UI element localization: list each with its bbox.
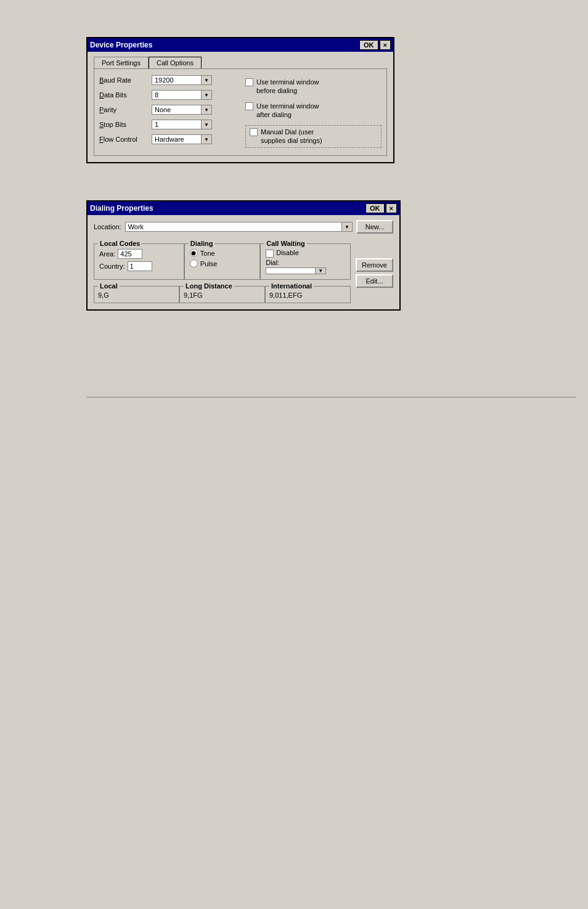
disable-row: Disable: [266, 249, 345, 258]
parity-select-wrapper[interactable]: None ▼: [152, 105, 212, 115]
dialing-group: Dialing Tone Pulse: [184, 243, 260, 280]
checkbox-manual-dial-label: Manual Dial (usersupplies dial strings): [261, 128, 322, 145]
stop-bits-dropdown-arrow[interactable]: ▼: [201, 120, 212, 129]
disable-label: Disable: [276, 249, 299, 256]
dial-select-wrapper[interactable]: ▼: [266, 267, 326, 274]
international-value: 9,011,EFG: [269, 291, 346, 299]
bottom-groups: Local 9,G Long Distance 9,1FG Internatio…: [94, 280, 351, 303]
disable-checkbox[interactable]: [266, 250, 274, 258]
location-row: Location: Work ▼ New...: [94, 220, 393, 234]
call-waiting-group: Call Waiting Disable Dial: ▼: [260, 243, 351, 280]
baud-rate-value: 19200: [152, 75, 201, 85]
international-legend: International: [269, 282, 314, 290]
checkbox-terminal-after[interactable]: [245, 102, 253, 110]
stop-bits-row: Stop Bits 1 ▼: [99, 120, 235, 129]
data-bits-row: Data Bits 8 ▼: [99, 90, 235, 100]
location-label: Location:: [94, 223, 121, 230]
parity-row: Parity None ▼: [99, 105, 235, 115]
device-properties-dialog: Device Properties OK × Port Settings Cal…: [86, 37, 394, 163]
location-select-wrapper[interactable]: Work ▼: [125, 222, 353, 232]
data-bits-label: Data Bits: [99, 91, 152, 99]
pulse-label: Pulse: [200, 260, 218, 267]
country-label: Country:: [99, 263, 125, 270]
data-bits-select-wrapper[interactable]: 8 ▼: [152, 90, 212, 100]
tone-radio[interactable]: [190, 249, 198, 257]
location-dropdown-arrow[interactable]: ▼: [341, 222, 353, 232]
call-waiting-content: Disable Dial: ▼: [266, 249, 345, 275]
dialing-legend: Dialing: [189, 240, 215, 247]
device-tabs: Port Settings Call Options: [94, 57, 387, 68]
local-legend: Local: [98, 282, 120, 290]
groups-left: Local Codes Area: Country:: [94, 238, 351, 303]
remove-button[interactable]: Remove: [356, 258, 393, 272]
area-row: Area:: [99, 249, 179, 259]
device-close-button[interactable]: ×: [380, 40, 391, 50]
dialing-properties-content: Location: Work ▼ New... Local Codes Area…: [88, 215, 399, 309]
pulse-row: Pulse: [190, 259, 255, 267]
groups-row: Local Codes Area: Country:: [94, 238, 393, 303]
titlebar-buttons: OK ×: [359, 40, 391, 50]
location-value: Work: [125, 222, 341, 232]
flow-control-label: Flow Control: [99, 136, 152, 143]
page-divider: [86, 397, 576, 397]
stop-bits-label: Stop Bits: [99, 121, 152, 128]
dialing-properties-title: Dialing Properties: [90, 204, 153, 213]
baud-rate-row: Baud Rate 19200 ▼: [99, 75, 235, 85]
long-distance-group: Long Distance 9,1FG: [179, 286, 265, 303]
flow-control-row: Flow Control Hardware ▼: [99, 134, 235, 144]
pulse-radio[interactable]: [190, 259, 198, 267]
local-value: 9,G: [98, 291, 175, 299]
dialing-content: Tone Pulse: [190, 249, 255, 267]
baud-rate-dropdown-arrow[interactable]: ▼: [201, 75, 212, 85]
device-ok-button[interactable]: OK: [359, 40, 378, 50]
dialing-titlebar-buttons: OK ×: [365, 203, 397, 213]
checkbox-terminal-after-row: Use terminal windowafter dialing: [245, 102, 382, 120]
local-group: Local 9,G: [94, 286, 179, 303]
local-codes-group: Local Codes Area: Country:: [94, 243, 184, 280]
dialing-ok-button[interactable]: OK: [365, 203, 385, 213]
parity-value: None: [152, 105, 201, 115]
flow-control-value: Hardware: [152, 134, 201, 144]
area-input[interactable]: [118, 249, 142, 259]
international-group: International 9,011,EFG: [265, 286, 351, 303]
device-properties-content: Port Settings Call Options Baud Rate 192…: [88, 52, 393, 162]
long-distance-legend: Long Distance: [184, 282, 234, 290]
flow-control-dropdown-arrow[interactable]: ▼: [201, 134, 212, 144]
device-tab-content: Baud Rate 19200 ▼ Data Bits 8 ▼: [94, 68, 387, 156]
stop-bits-select-wrapper[interactable]: 1 ▼: [152, 120, 212, 129]
device-form-area: Baud Rate 19200 ▼ Data Bits 8 ▼: [99, 75, 382, 149]
flow-control-select-wrapper[interactable]: Hardware ▼: [152, 134, 212, 144]
checkbox-terminal-before[interactable]: [245, 78, 253, 86]
dial-dropdown-arrow[interactable]: ▼: [315, 267, 326, 274]
parity-label: Parity: [99, 106, 152, 113]
baud-rate-label: Baud Rate: [99, 76, 152, 84]
country-input[interactable]: [128, 261, 152, 271]
tab-port-settings[interactable]: Port Settings: [94, 57, 149, 68]
checkbox-manual-dial[interactable]: [250, 128, 258, 136]
dial-value: [266, 267, 315, 274]
data-bits-dropdown-arrow[interactable]: ▼: [201, 90, 212, 100]
tone-label: Tone: [200, 250, 215, 257]
manual-dial-group: Manual Dial (usersupplies dial strings): [245, 125, 382, 148]
device-properties-titlebar: Device Properties OK ×: [88, 38, 393, 52]
parity-dropdown-arrow[interactable]: ▼: [201, 105, 212, 115]
edit-button[interactable]: Edit...: [356, 274, 393, 288]
tone-row: Tone: [190, 249, 255, 257]
dialing-properties-dialog: Dialing Properties OK × Location: Work ▼…: [86, 200, 401, 311]
device-properties-title: Device Properties: [90, 41, 152, 49]
tab-call-options[interactable]: Call Options: [149, 57, 202, 68]
stop-bits-value: 1: [152, 120, 201, 129]
local-codes-legend: Local Codes: [98, 240, 142, 247]
country-row: Country:: [99, 261, 179, 271]
device-checkboxes-area: Use terminal windowbefore dialing Use te…: [245, 75, 382, 149]
data-bits-value: 8: [152, 90, 201, 100]
dialing-close-button[interactable]: ×: [386, 203, 397, 213]
local-codes-content: Area: Country:: [99, 249, 179, 271]
baud-rate-select-wrapper[interactable]: 19200 ▼: [152, 75, 212, 85]
dial-label: Dial:: [266, 259, 345, 266]
new-button[interactable]: New...: [356, 220, 393, 234]
area-label: Area:: [99, 250, 115, 258]
checkbox-manual-dial-row: Manual Dial (usersupplies dial strings): [250, 128, 377, 145]
checkbox-terminal-after-label: Use terminal windowafter dialing: [256, 102, 319, 120]
long-distance-value: 9,1FG: [184, 291, 261, 299]
